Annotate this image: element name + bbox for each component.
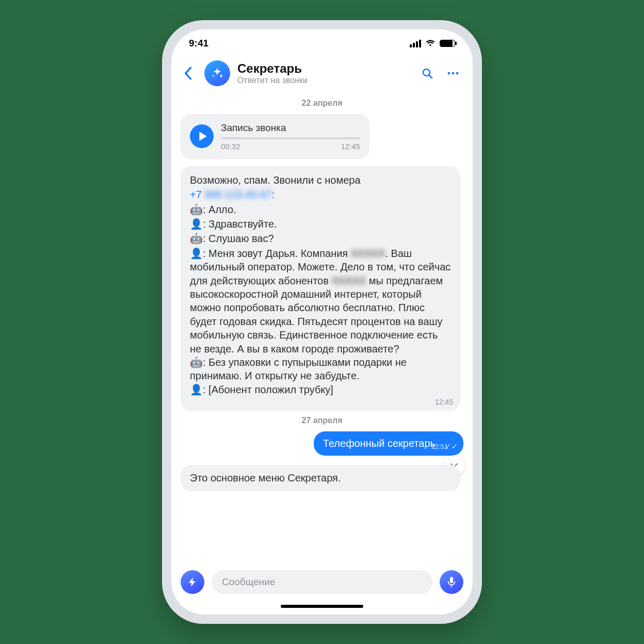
avatar[interactable]	[204, 60, 230, 86]
outgoing-message[interactable]: Телефонный секретарь 12:51 ✓✓	[314, 431, 463, 456]
outgoing-text: Телефонный секретарь	[323, 438, 436, 449]
voice-timestamp: 12:45	[341, 141, 360, 152]
status-bar: 9:41	[171, 29, 473, 57]
phone-frame: 9:41 Секретарь О	[162, 20, 482, 624]
lightning-icon	[187, 576, 198, 588]
svg-point-4	[456, 72, 459, 75]
voice-duration: 00:32	[221, 141, 240, 152]
voice-input-button[interactable]	[440, 570, 463, 594]
transcript-line: 👤: Меня зовут Дарья. Компания ХХХХХ. Ваш…	[190, 247, 451, 356]
read-receipt-icon: ✓✓	[445, 442, 458, 451]
date-separator: 22 апреля	[181, 99, 463, 108]
play-icon	[198, 131, 207, 141]
peek-text: Это основное меню Секретаря.	[190, 472, 341, 484]
voice-progress[interactable]	[221, 137, 360, 139]
play-button[interactable]	[190, 124, 214, 148]
home-indicator[interactable]	[171, 598, 473, 615]
voice-title: Запись звонка	[221, 121, 360, 134]
svg-line-1	[429, 75, 432, 78]
message-placeholder: Сообщение	[222, 576, 275, 588]
transcript-message[interactable]: Возможно, спам. Звонили с номера +7 999 …	[181, 166, 460, 411]
search-icon	[421, 67, 433, 79]
microphone-icon	[446, 576, 457, 588]
quick-action-button[interactable]	[181, 570, 204, 594]
date-separator: 27 апреля	[181, 416, 463, 425]
svg-point-2	[448, 72, 450, 75]
transcript-intro: Возможно, спам. Звонили с номера	[190, 174, 361, 186]
battery-icon	[440, 40, 455, 47]
cellular-icon	[410, 40, 421, 47]
chat-subtitle: Ответит на звонки	[237, 76, 411, 85]
more-icon	[446, 67, 460, 79]
status-time: 9:41	[189, 38, 208, 49]
svg-point-3	[452, 72, 455, 75]
transcript-line: 🤖: Алло.	[190, 203, 451, 216]
screen: 9:41 Секретарь О	[171, 29, 473, 615]
more-button[interactable]	[444, 64, 462, 83]
voice-message[interactable]: Запись звонка 00:32 12:45	[181, 114, 369, 159]
transcript-line: 👤: Здравствуйте.	[190, 217, 451, 231]
back-button[interactable]	[179, 64, 197, 83]
message-timestamp: 12:45	[435, 397, 453, 407]
svg-point-0	[423, 69, 430, 76]
svg-rect-5	[450, 577, 453, 583]
chat-header: Секретарь Ответит на звонки	[171, 57, 473, 93]
transcript-line: 🤖: Без упаковки с пупырышками подарки не…	[190, 356, 451, 383]
chat-title: Секретарь	[237, 62, 411, 75]
incoming-message-peek[interactable]: Это основное меню Секретаря.	[181, 465, 460, 491]
message-input[interactable]: Сообщение	[212, 570, 432, 594]
search-button[interactable]	[418, 64, 437, 83]
messages-area[interactable]: 22 апреля Запись звонка 00:32 12:45	[171, 93, 473, 563]
sparkle-icon	[211, 67, 224, 80]
transcript-line: 🤖: Слушаю вас?	[190, 232, 451, 245]
transcript-line: 👤: [Абонент положил трубку]	[190, 383, 451, 396]
caller-number[interactable]: +7 999 123-45-67:	[190, 189, 275, 200]
composer: Сообщение	[171, 563, 473, 598]
wifi-icon	[425, 38, 436, 49]
